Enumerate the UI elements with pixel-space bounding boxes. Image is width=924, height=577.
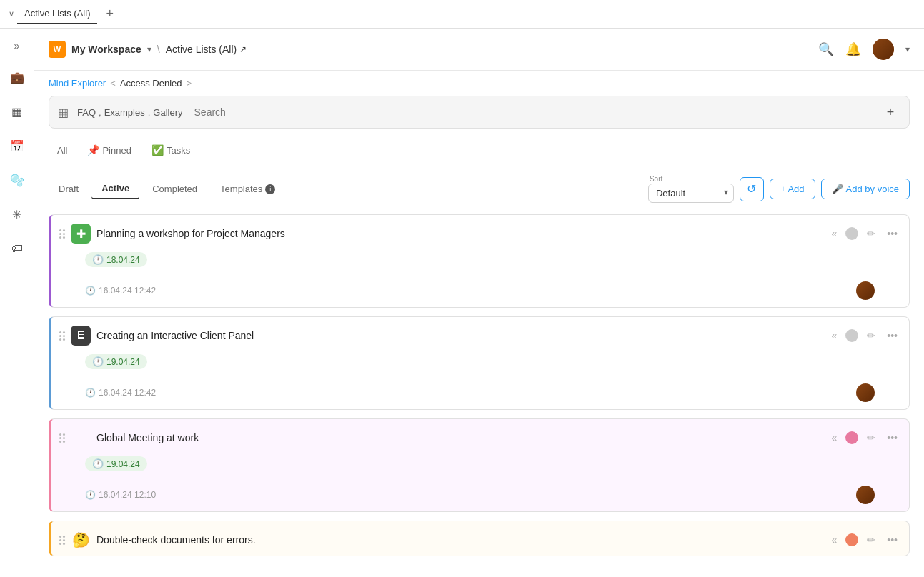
timestamp-icon-1: 🕐	[85, 286, 96, 296]
status-tabs: Draft Active Completed Templates i	[49, 179, 285, 199]
edit-button-1[interactable]: ✏	[864, 226, 878, 241]
date-badge-1: 🕐 18.04.24	[85, 252, 147, 267]
list-item-3: Global Meeting at work « ✏ ••• 🕐 19.04.2…	[49, 418, 910, 512]
item-actions-1: « ✏ •••	[828, 226, 900, 241]
collapse-button-3[interactable]: «	[828, 431, 840, 445]
item-icon-4: 🤔	[71, 530, 91, 550]
status-tab-completed[interactable]: Completed	[142, 179, 207, 199]
main-layout: » 💼 ▦ 📅 🫧 ✳ 🏷 W My Workspace ▾ \ Active …	[0, 29, 924, 577]
filter-label-faq[interactable]: FAQ	[77, 107, 96, 118]
status-tab-templates[interactable]: Templates i	[210, 179, 285, 199]
color-dot-3[interactable]	[845, 431, 858, 444]
filter-labels: FAQ , Examples , Gallery	[77, 107, 183, 118]
filter-label-gallery[interactable]: Gallery	[153, 107, 182, 118]
more-button-1[interactable]: •••	[884, 226, 900, 241]
clock-icon-1: 🕐	[92, 254, 104, 265]
status-tab-active[interactable]: Active	[91, 179, 139, 199]
user-avatar-header[interactable]	[873, 39, 894, 60]
user-chevron-icon[interactable]: ▾	[905, 44, 910, 54]
edit-button-3[interactable]: ✏	[864, 431, 878, 445]
filter-tab-all[interactable]: All	[49, 141, 76, 160]
header-right: 🔍 🔔 ▾	[818, 39, 910, 60]
avatar-3	[856, 486, 875, 504]
item-title-1[interactable]: Planning a workshop for Project Managers	[96, 228, 823, 239]
timestamp-text-2: 16.04.24 12:42	[99, 388, 156, 398]
tab-bar: ∨ Active Lists (All) +	[0, 0, 924, 29]
filter-bar-add-button[interactable]: +	[880, 102, 900, 122]
item-title-3[interactable]: Global Meeting at work	[96, 432, 823, 443]
color-dot-2[interactable]	[845, 329, 858, 342]
sidebar-icon-asterisk[interactable]: ✳	[6, 203, 29, 226]
sidebar-icon-grid[interactable]: ▦	[6, 100, 29, 123]
sidebar-icon-calendar[interactable]: 📅	[6, 134, 29, 157]
drag-handle-4[interactable]	[59, 536, 65, 545]
drag-handle-3[interactable]	[59, 433, 65, 443]
sidebar-icon-briefcase[interactable]: 💼	[6, 66, 29, 89]
drag-handle-2[interactable]	[59, 331, 65, 341]
list-item-3-header: Global Meeting at work « ✏ •••	[51, 419, 909, 453]
sidebar-icon-tag[interactable]: 🏷	[6, 237, 29, 260]
header-left: W My Workspace ▾ \ Active Lists (All) ↗	[49, 41, 247, 58]
breadcrumb-access-denied[interactable]: Access Denied	[120, 78, 182, 89]
add-by-voice-button[interactable]: 🎤 Add by voice	[821, 179, 910, 199]
item-title-2[interactable]: Creating an Interactive Client Panel	[96, 330, 823, 341]
workspace-label[interactable]: My Workspace	[71, 44, 141, 55]
workspace-avatar: W	[49, 41, 66, 58]
collapse-button-2[interactable]: «	[828, 328, 840, 343]
item-title-4[interactable]: Double-check documents for errors.	[96, 534, 823, 546]
more-button-4[interactable]: •••	[884, 533, 900, 547]
all-tab-label: All	[57, 145, 67, 156]
active-lists-tab[interactable]: Active Lists (All)	[17, 4, 97, 24]
timestamp-icon-2: 🕐	[85, 388, 96, 398]
add-by-voice-label: Add by voice	[846, 184, 899, 194]
item-icon-1: ✚	[71, 224, 91, 244]
workspace-chevron-icon[interactable]: ▾	[147, 44, 151, 54]
microphone-icon: 🎤	[832, 184, 843, 194]
filter-tabs: All 📌 Pinned ✅ Tasks	[49, 140, 910, 166]
sidebar-icon-blob[interactable]: 🫧	[6, 169, 29, 191]
list-item-2-header: 🖥 Creating an Interactive Client Panel «…	[51, 317, 909, 351]
color-dot-1[interactable]	[845, 227, 858, 240]
draft-label: Draft	[59, 184, 79, 194]
list-item-4: 🤔 Double-check documents for errors. « ✏…	[49, 521, 910, 556]
more-button-3[interactable]: •••	[884, 431, 900, 445]
date-badge-text-1: 18.04.24	[106, 255, 140, 265]
search-button[interactable]: 🔍	[818, 41, 834, 57]
breadcrumb-mind-explorer[interactable]: Mind Explorer	[49, 78, 106, 89]
templates-info-dot: i	[265, 184, 275, 194]
filter-label-examples[interactable]: Examples	[104, 107, 145, 118]
content-area: W My Workspace ▾ \ Active Lists (All) ↗ …	[34, 29, 924, 577]
check-icon: ✅	[151, 144, 164, 156]
clock-icon-3: 🕐	[92, 458, 104, 469]
search-input[interactable]	[192, 105, 872, 119]
date-badge-text-2: 19.04.24	[106, 357, 140, 367]
notifications-button[interactable]: 🔔	[845, 41, 861, 57]
templates-label: Templates	[220, 184, 262, 194]
header: W My Workspace ▾ \ Active Lists (All) ↗ …	[34, 29, 924, 71]
list-item-4-header: 🤔 Double-check documents for errors. « ✏…	[51, 521, 909, 556]
add-button[interactable]: + Add	[770, 179, 815, 199]
filter-tab-tasks[interactable]: ✅ Tasks	[143, 140, 199, 160]
timestamp-3: 🕐 16.04.24 12:10	[85, 490, 156, 500]
color-dot-4[interactable]	[845, 533, 858, 546]
item-actions-2: « ✏ •••	[828, 328, 900, 343]
list-item-1: ✚ Planning a workshop for Project Manage…	[49, 214, 910, 308]
refresh-button[interactable]: ↺	[740, 177, 764, 201]
add-tab-button[interactable]: +	[100, 5, 119, 23]
active-lists-link[interactable]: Active Lists (All) ↗	[166, 44, 247, 55]
sort-select[interactable]: Default Date Name Priority	[648, 184, 734, 203]
sidebar-expand-button[interactable]: »	[9, 37, 26, 54]
edit-button-4[interactable]: ✏	[864, 533, 878, 547]
tasks-tab-label: Tasks	[167, 145, 190, 156]
filter-tab-pinned[interactable]: 📌 Pinned	[79, 140, 139, 160]
list-item-3-body: 🕐 19.04.24	[51, 453, 909, 483]
collapse-button-4[interactable]: «	[828, 533, 840, 547]
drag-handle-1[interactable]	[59, 229, 65, 239]
tab-chevron[interactable]: ∨	[9, 9, 14, 19]
edit-button-2[interactable]: ✏	[864, 328, 878, 343]
more-button-2[interactable]: •••	[884, 328, 900, 343]
status-tab-draft[interactable]: Draft	[49, 179, 89, 199]
main-content: ▦ FAQ , Examples , Gallery + All 📌	[34, 96, 924, 577]
collapse-button-1[interactable]: «	[828, 226, 840, 241]
sort-label: Sort	[648, 175, 734, 183]
